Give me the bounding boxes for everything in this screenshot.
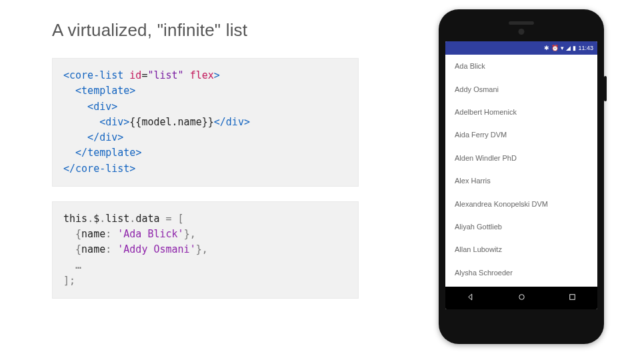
svg-rect-1 (569, 294, 575, 299)
signal-icon: ◢ (566, 45, 571, 51)
list-item[interactable]: Alex Harris (445, 169, 597, 192)
nav-recent-icon[interactable] (567, 292, 577, 305)
alarm-icon: ⏰ (551, 45, 559, 51)
code-block-js: this.$.list.data = [ {name: 'Ada Blick'}… (52, 201, 359, 299)
list-item[interactable]: Alysha Schroeder (445, 261, 597, 284)
phone-screen: ✱ ⏰ ▾ ◢ ▮ 11:43 Ada BlickAddy OsmaniAdel… (445, 41, 597, 309)
wifi-icon: ▾ (561, 45, 564, 51)
list-item[interactable]: Aliyah Gottlieb (445, 215, 597, 238)
phone-mockup: ✱ ⏰ ▾ ◢ ▮ 11:43 Ada BlickAddy OsmaniAdel… (439, 9, 604, 344)
code-block-markup: <core-list id="list" flex> <template> <d… (52, 58, 359, 187)
android-navbar (445, 287, 597, 309)
slide-title: A virtualized, "infinite" list (52, 20, 372, 41)
battery-icon: ▮ (573, 45, 576, 51)
contact-list[interactable]: Ada BlickAddy OsmaniAdelbert HomenickAid… (445, 55, 597, 287)
list-item[interactable]: Adelbert Homenick (445, 101, 597, 123)
list-item[interactable]: Aida Ferry DVM (445, 123, 597, 146)
list-item[interactable]: Allan Lubowitz (445, 238, 597, 261)
nav-back-icon[interactable] (466, 292, 476, 305)
list-item[interactable]: Addy Osmani (445, 77, 597, 100)
svg-point-0 (519, 294, 524, 299)
list-item[interactable]: Ada Blick (445, 55, 597, 77)
status-bar: ✱ ⏰ ▾ ◢ ▮ 11:43 (445, 41, 597, 55)
bluetooth-icon: ✱ (544, 45, 549, 51)
phone-side-button (604, 76, 607, 101)
nav-home-icon[interactable] (517, 292, 527, 305)
list-item[interactable]: Alden Windler PhD (445, 147, 597, 169)
list-item[interactable]: Alexandrea Konopelski DVM (445, 192, 597, 215)
status-time: 11:43 (578, 45, 593, 51)
